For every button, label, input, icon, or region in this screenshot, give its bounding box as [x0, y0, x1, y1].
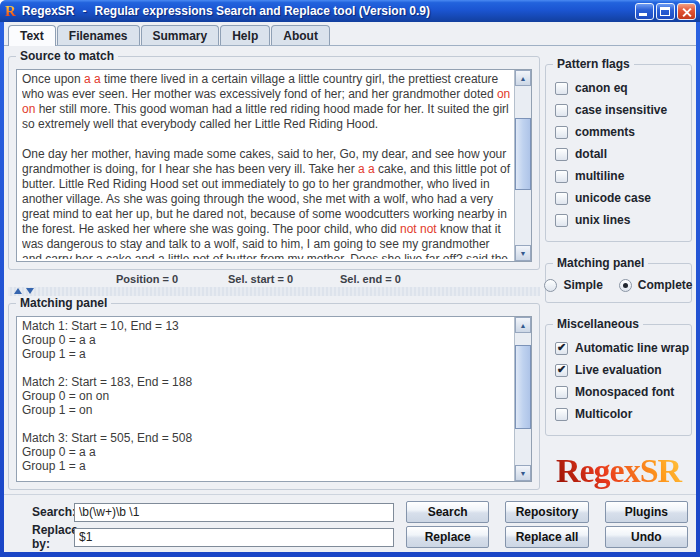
unchecked-checkbox-icon[interactable] [555, 82, 568, 95]
scroll-up-icon[interactable]: ▲ [515, 317, 531, 333]
matching-mode-title: Matching panel [553, 256, 648, 270]
unchecked-checkbox-icon[interactable] [555, 170, 568, 183]
tab-text[interactable]: Text [8, 25, 56, 46]
match-line: Match 3: Start = 505, End = 508 [22, 431, 512, 445]
search-button[interactable]: Search [406, 501, 489, 523]
match-line [22, 417, 512, 431]
checkbox-multiline[interactable]: multiline [553, 165, 684, 187]
source-scrollbar[interactable]: ▲ ▼ [514, 70, 531, 261]
minimize-icon [639, 13, 647, 16]
source-paragraph: One day her mother, having made some cak… [22, 147, 512, 259]
checkmark-icon: ✔ [557, 363, 566, 376]
scroll-up-icon[interactable]: ▲ [515, 70, 531, 86]
checkbox-label: dotall [575, 147, 607, 161]
matching-text[interactable]: Match 1: Start = 10, End = 13Group 0 = a… [22, 319, 512, 479]
search-row: Search: SearchRepositoryPlugins [12, 501, 688, 523]
collapse-down-icon[interactable] [26, 288, 34, 294]
window-title-separator: - [83, 4, 87, 18]
source-paragraph: Once upon a a time there lived in a cert… [22, 72, 512, 132]
tab-about[interactable]: About [271, 25, 330, 45]
search-input[interactable] [74, 503, 394, 522]
plugins-button[interactable]: Plugins [605, 501, 688, 523]
selected-radio-icon[interactable] [619, 279, 632, 292]
replace-input[interactable] [74, 528, 394, 547]
scroll-down-icon[interactable]: ▼ [515, 245, 531, 261]
match-line: Group 1 = on [22, 403, 512, 417]
text-segment: Once upon [22, 72, 84, 86]
match-line: Group 0 = on on [22, 389, 512, 403]
left-column: Source to match Once upon a a time there… [8, 50, 540, 494]
checkbox-label: unix lines [575, 213, 630, 227]
match-highlight: not not [400, 222, 437, 236]
checkbox-live-evaluation[interactable]: ✔Live evaluation [553, 359, 684, 381]
window-title: RegexSR-Regular expressions Search and R… [22, 4, 430, 18]
matching-mode-panel: Matching panel SimpleComplete [545, 263, 692, 303]
source-text-area[interactable]: Once upon a a time there lived in a cert… [16, 69, 532, 262]
radio-complete[interactable]: Complete [619, 278, 693, 292]
unchecked-checkbox-icon[interactable] [555, 126, 568, 139]
tab-help[interactable]: Help [220, 25, 270, 45]
matching-mode-options: SimpleComplete [552, 278, 685, 292]
match-highlight: a a [358, 162, 375, 176]
checked-checkbox-icon[interactable]: ✔ [555, 364, 568, 377]
checkbox-label: Live evaluation [575, 363, 662, 377]
window-title-rest: Regular expressions Search and Replace t… [95, 4, 430, 18]
radio-simple[interactable]: Simple [544, 278, 602, 292]
radio-label: Complete [638, 278, 693, 292]
radio-label: Simple [563, 278, 602, 292]
checkbox-comments[interactable]: comments [553, 121, 684, 143]
collapse-up-icon[interactable] [14, 288, 22, 294]
matching-text-area[interactable]: Match 1: Start = 10, End = 13Group 0 = a… [16, 316, 532, 482]
scrollbar-thumb[interactable] [515, 345, 531, 429]
checkbox-label: unicode case [575, 191, 651, 205]
right-column: Pattern flags canon eqcase insensitiveco… [545, 50, 692, 494]
sel-start-status: Sel. start = 0 [228, 273, 340, 285]
checkmark-icon: ✔ [557, 341, 566, 354]
source-text[interactable]: Once upon a a time there lived in a cert… [22, 72, 512, 259]
checkbox-unix-lines[interactable]: unix lines [553, 209, 684, 231]
tab-bar: TextFilenamesSummaryHelpAbout [4, 22, 696, 46]
unchecked-checkbox-icon[interactable] [555, 192, 568, 205]
checkbox-case-insensitive[interactable]: case insensitive [553, 99, 684, 121]
checkbox-multicolor[interactable]: Multicolor [553, 403, 684, 425]
minimize-button[interactable] [635, 3, 654, 20]
unchecked-checkbox-icon[interactable] [555, 408, 568, 421]
maximize-button[interactable] [656, 3, 675, 20]
unchecked-checkbox-icon[interactable] [555, 104, 568, 117]
checkbox-unicode-case[interactable]: unicode case [553, 187, 684, 209]
splitter-arrows [14, 288, 34, 294]
tab-summary[interactable]: Summary [141, 25, 220, 45]
checkbox-automatic-line-wrap[interactable]: ✔Automatic line wrap [553, 337, 684, 359]
match-highlight: a a [84, 72, 101, 86]
undo-button[interactable]: Undo [605, 526, 688, 548]
close-button[interactable] [677, 3, 696, 20]
split-divider[interactable] [8, 287, 540, 296]
matching-scrollbar[interactable]: ▲ ▼ [514, 317, 531, 481]
unchecked-checkbox-icon[interactable] [555, 386, 568, 399]
checkbox-dotall[interactable]: dotall [553, 143, 684, 165]
scroll-down-icon[interactable]: ▼ [515, 465, 531, 481]
replace-button[interactable]: Replace [406, 526, 489, 548]
repository-button[interactable]: Repository [505, 501, 588, 523]
unchecked-checkbox-icon[interactable] [555, 214, 568, 227]
search-buttons: SearchRepositoryPlugins [406, 501, 688, 523]
maximize-icon [660, 7, 670, 16]
caret-status-row: Position = 0 Sel. start = 0 Sel. end = 0 [8, 270, 540, 287]
main-content: Source to match Once upon a a time there… [4, 46, 696, 494]
match-line: Group 0 = a a [22, 445, 512, 459]
unchecked-checkbox-icon[interactable] [555, 148, 568, 161]
checkbox-label: comments [575, 125, 635, 139]
replace-all-button[interactable]: Replace all [505, 526, 588, 548]
scrollbar-thumb[interactable] [515, 118, 531, 190]
replace-buttons: ReplaceReplace allUndo [406, 526, 688, 548]
checkbox-monospaced-font[interactable]: Monospaced font [553, 381, 684, 403]
checkbox-canon-eq[interactable]: canon eq [553, 77, 684, 99]
checkbox-label: case insensitive [575, 103, 667, 117]
match-line: Group 1 = a [22, 347, 512, 361]
checkbox-label: multiline [575, 169, 624, 183]
checked-checkbox-icon[interactable]: ✔ [555, 342, 568, 355]
sel-end-status: Sel. end = 0 [340, 273, 452, 285]
matching-results-panel: Matching panel Match 1: Start = 10, End … [8, 303, 540, 490]
unselected-radio-icon[interactable] [544, 279, 557, 292]
tab-filenames[interactable]: Filenames [57, 25, 140, 45]
